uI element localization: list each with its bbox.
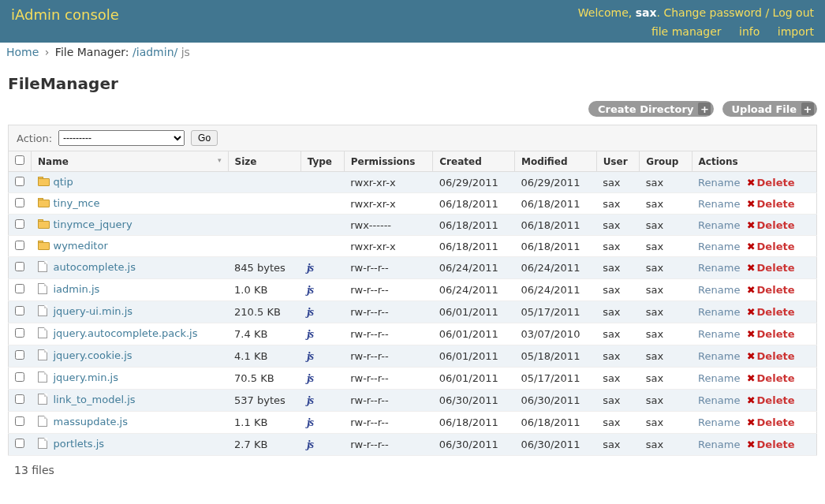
table-row: autocomplete.js845 bytesjsrw-r--r--06/24… [9,257,817,279]
cell-modified: 06/18/2011 [514,193,596,215]
breadcrumb: Home › File Manager: /iadmin/ js [0,43,825,62]
logout-link[interactable]: Log out [773,6,814,19]
action-select[interactable]: --------- [58,130,185,146]
file-link[interactable]: iadmin.js [54,283,100,295]
cell-user: sax [596,434,640,456]
row-checkbox[interactable] [15,219,24,229]
delete-link[interactable]: ✖Delete [747,177,795,189]
file-link[interactable]: portlets.js [54,438,105,450]
col-created[interactable]: Created [433,151,515,172]
col-permissions[interactable]: Permissions [344,151,433,172]
delete-link[interactable]: ✖Delete [747,328,795,340]
select-all-checkbox[interactable] [15,155,24,165]
delete-icon: ✖ [747,177,756,189]
rename-link[interactable]: Rename [698,284,740,296]
nav-import[interactable]: import [778,25,814,38]
file-link[interactable]: jquery-ui.min.js [54,305,133,317]
delete-link[interactable]: ✖Delete [747,416,795,428]
cell-permissions: rwxr-xr-x [344,193,433,215]
row-checkbox[interactable] [15,439,24,448]
go-button[interactable]: Go [191,130,218,146]
col-user[interactable]: User [596,151,640,172]
file-icon [38,394,50,407]
js-type-icon: js [307,371,313,384]
folder-icon [38,241,50,252]
row-checkbox[interactable] [15,177,24,186]
row-checkbox[interactable] [15,328,24,338]
delete-link[interactable]: ✖Delete [747,219,795,231]
delete-link[interactable]: ✖Delete [747,241,795,252]
cell-user: sax [596,301,640,323]
cell-actions: Rename ✖Delete [692,236,816,257]
folder-icon [38,219,50,231]
row-checkbox[interactable] [15,416,24,426]
rename-link[interactable]: Rename [698,262,740,274]
col-group[interactable]: Group [640,151,692,172]
rename-link[interactable]: Rename [698,394,740,406]
row-checkbox[interactable] [15,241,24,250]
table-row: iadmin.js1.0 KBjsrw-r--r--06/24/201106/2… [9,279,817,301]
rename-link[interactable]: Rename [698,219,740,231]
rename-link[interactable]: Rename [698,241,740,252]
create-directory-button[interactable]: Create Directory + [588,101,714,117]
delete-icon: ✖ [747,439,756,450]
rename-link[interactable]: Rename [698,439,740,450]
cell-permissions: rwxr-xr-x [344,236,433,257]
row-checkbox[interactable] [15,372,24,382]
file-icon [38,283,50,297]
folder-icon [38,198,50,210]
col-type[interactable]: Type [301,151,344,172]
delete-link[interactable]: ✖Delete [747,284,795,296]
file-link[interactable]: jquery.autocomplete.pack.js [54,327,198,339]
file-link[interactable]: autocomplete.js [54,261,136,273]
cell-size: 7.4 KB [228,323,301,345]
cell-size: 4.1 KB [228,345,301,368]
cell-created: 06/18/2011 [433,412,515,434]
file-link[interactable]: jquery.cookie.js [54,349,133,361]
delete-link[interactable]: ✖Delete [747,306,795,318]
col-modified[interactable]: Modified [514,151,596,172]
file-link[interactable]: qtip [54,176,73,188]
cell-type: js [301,412,344,434]
rename-link[interactable]: Rename [698,198,740,210]
cell-name: jquery-ui.min.js [32,301,229,323]
file-link[interactable]: massupdate.js [54,416,129,427]
delete-link[interactable]: ✖Delete [747,439,795,450]
nav-info[interactable]: info [739,25,760,38]
row-checkbox[interactable] [15,198,24,207]
file-link[interactable]: jquery.min.js [54,371,118,383]
row-checkbox[interactable] [15,394,24,404]
cell-permissions: rw-r--r-- [344,345,433,368]
rename-link[interactable]: Rename [698,372,740,384]
change-password-link[interactable]: Change password [663,6,762,19]
col-size[interactable]: Size [228,151,301,172]
file-link[interactable]: tiny_mce [54,197,100,209]
row-checkbox[interactable] [15,306,24,315]
nav-file-manager[interactable]: file manager [651,25,722,38]
rename-link[interactable]: Rename [698,328,740,340]
col-name[interactable]: Name▾ [32,151,229,172]
delete-link[interactable]: ✖Delete [747,394,795,406]
cell-group: sax [640,215,692,236]
breadcrumb-home[interactable]: Home [6,46,39,58]
file-link[interactable]: tinymce_jquery [54,218,133,230]
rename-link[interactable]: Rename [698,306,740,318]
cell-created: 06/18/2011 [433,193,515,215]
delete-link[interactable]: ✖Delete [747,262,795,274]
row-checkbox[interactable] [15,262,24,271]
breadcrumb-filemanager[interactable]: File Manager: /iadmin/ [55,46,181,58]
table-row: wymeditorrwxr-xr-x06/18/201106/18/2011sa… [9,236,817,257]
upload-file-button[interactable]: Upload File + [722,101,817,117]
row-checkbox[interactable] [15,284,24,293]
delete-link[interactable]: ✖Delete [747,350,795,362]
rename-link[interactable]: Rename [698,350,740,362]
cell-type [301,193,344,215]
file-link[interactable]: link_to_model.js [54,394,136,405]
rename-link[interactable]: Rename [698,416,740,428]
cell-user: sax [596,412,640,434]
rename-link[interactable]: Rename [698,177,740,189]
row-checkbox[interactable] [15,350,24,360]
delete-link[interactable]: ✖Delete [747,198,795,210]
file-link[interactable]: wymeditor [54,240,108,252]
delete-link[interactable]: ✖Delete [747,372,795,384]
